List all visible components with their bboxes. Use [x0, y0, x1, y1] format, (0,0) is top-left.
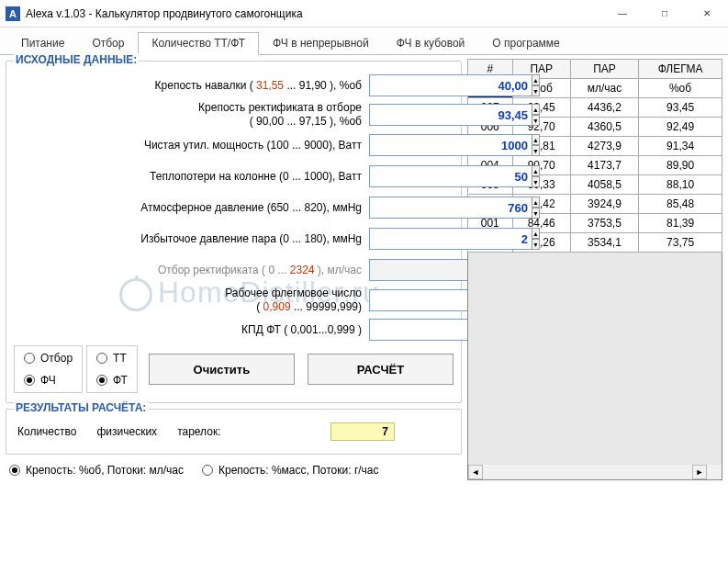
maximize-button[interactable]: □ — [644, 0, 686, 28]
spin-up[interactable]: ▲ — [532, 228, 540, 239]
label-otbor-rate: Отбор ректификата ( 0 ... 2324 ), мл/час — [14, 264, 369, 277]
radio-group-mode: Отбор ФЧ — [14, 345, 83, 393]
scroll-right-icon[interactable]: ► — [692, 465, 707, 479]
label-kpd: КПД ФТ ( 0,001...0,999 ) — [14, 323, 369, 337]
close-button[interactable]: ✕ — [686, 0, 728, 28]
minimize-button[interactable]: — — [601, 0, 644, 28]
input-heatloss[interactable] — [369, 165, 532, 187]
label-overpressure: Избыточое давление пара (0 ... 180), ммH… — [14, 232, 369, 246]
tab-otbor[interactable]: Отбор — [78, 32, 138, 55]
col-vapor2[interactable]: ПАР — [570, 60, 638, 79]
radio-ft[interactable]: ФТ — [96, 374, 128, 387]
spin-up[interactable]: ▲ — [532, 134, 540, 145]
spin-down[interactable]: ▼ — [532, 115, 540, 126]
window-buttons: — □ ✕ — [601, 0, 728, 28]
tab-fch-cube[interactable]: ФЧ в кубовой — [383, 32, 479, 55]
group-inputs-legend: ИСХОДНЫЕ ДАННЫЕ: — [14, 53, 139, 66]
radio-tt[interactable]: ТТ — [96, 352, 128, 365]
spin-up[interactable]: ▲ — [532, 104, 540, 115]
spin-down[interactable]: ▼ — [532, 145, 540, 156]
spin-up[interactable]: ▲ — [532, 165, 540, 176]
result-word1: Количество — [17, 425, 76, 438]
radio-group-plates: ТТ ФТ — [86, 345, 138, 393]
units-row: Крепость: %об, Потоки: мл/час Крепость: … — [6, 460, 462, 480]
spin-down[interactable]: ▼ — [532, 176, 540, 187]
radio-fch[interactable]: ФЧ — [24, 374, 73, 387]
input-power[interactable] — [369, 134, 532, 156]
group-inputs: ИСХОДНЫЕ ДАННЫЕ: Крепость навалки ( 31,5… — [6, 61, 462, 403]
spin-down[interactable]: ▼ — [532, 85, 540, 96]
hscrollbar[interactable]: ◄ ► — [468, 465, 707, 479]
spin-up[interactable]: ▲ — [532, 74, 540, 85]
label-reflux: Рабочее флегмовое число ( 0,909 ... 9999… — [14, 287, 369, 314]
calc-button[interactable]: РАСЧЁТ — [308, 354, 454, 385]
input-strength-product[interactable] — [369, 104, 532, 126]
app-icon: A — [6, 6, 20, 21]
window-title: Alexa v.1.03 - Калькулятор продвинутого … — [26, 7, 601, 20]
input-overpressure[interactable] — [369, 228, 532, 250]
result-plates: 7 — [330, 422, 395, 441]
scroll-left-icon[interactable]: ◄ — [468, 465, 483, 479]
label-heatloss: Теплопотери на колонне (0 ... 1000), Ват… — [14, 170, 369, 184]
label-atm: Атмосферное давление (650 ... 820), ммHg — [14, 201, 369, 215]
col-flegma[interactable]: ФЛЕГМА — [639, 60, 722, 79]
spin-down[interactable]: ▼ — [532, 239, 540, 250]
titlebar: A Alexa v.1.03 - Калькулятор продвинутог… — [0, 0, 728, 28]
label-strength-product: Крепость ректификата в отборе ( 90,00 ..… — [14, 101, 369, 129]
result-word2: физических — [96, 425, 157, 438]
tab-about[interactable]: О программе — [478, 32, 573, 55]
input-atm[interactable] — [369, 197, 532, 219]
tab-power[interactable]: Питание — [7, 32, 78, 55]
spin-up[interactable]: ▲ — [532, 197, 540, 208]
group-results: РЕЗУЛЬТАТЫ РАСЧЁТА: Количество физически… — [6, 409, 462, 455]
clear-button[interactable]: Очистить — [149, 354, 295, 385]
result-word3: тарелок: — [177, 425, 220, 438]
spin-down[interactable]: ▼ — [532, 208, 540, 219]
label-power: Чистая утил. мощность (100 ... 9000), Ва… — [14, 139, 369, 152]
tab-ttft[interactable]: Количество ТТ/ФТ — [138, 32, 259, 55]
tab-fch-cont[interactable]: ФЧ в непрерывной — [259, 32, 383, 55]
label-strength-wash: Крепость навалки ( 31,55 ... 91,90 ), %о… — [14, 79, 369, 93]
radio-units-mass[interactable]: Крепость: %масс, Потоки: г/час — [202, 464, 379, 477]
radio-units-vol[interactable]: Крепость: %об, Потоки: мл/час — [9, 464, 184, 477]
radio-otbor[interactable]: Отбор — [24, 352, 73, 365]
tabs: Питание Отбор Количество ТТ/ФТ ФЧ в непр… — [0, 28, 728, 55]
input-strength-wash[interactable] — [369, 74, 532, 96]
group-results-legend: РЕЗУЛЬТАТЫ РАСЧЁТА: — [14, 401, 148, 414]
